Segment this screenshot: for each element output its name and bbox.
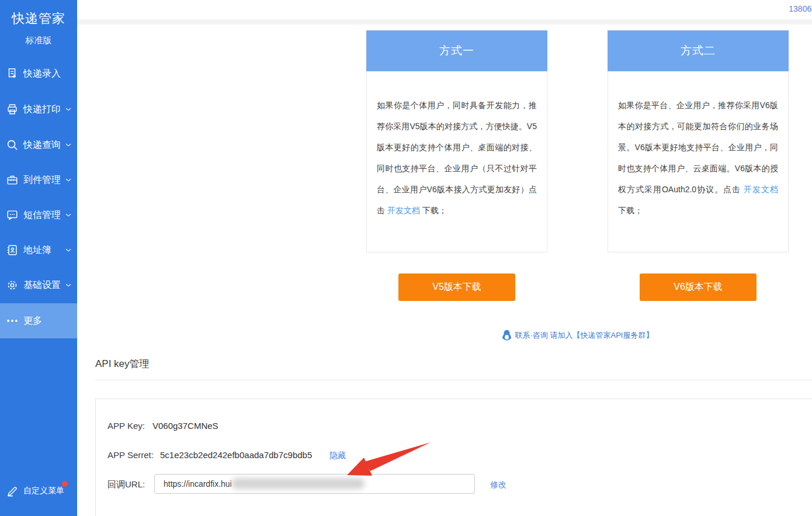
- message-icon: [5, 208, 19, 223]
- v6-download-button[interactable]: V6版本下载: [640, 273, 757, 301]
- sidebar-item-arrival-management[interactable]: 到件管理: [0, 162, 77, 198]
- sidebar-item-express-print[interactable]: 快递打印: [0, 92, 77, 127]
- qq-icon: [502, 330, 512, 341]
- sidebar-item-express-entry[interactable]: 快递录入: [0, 56, 77, 91]
- sidebar-item-custom-menu[interactable]: 自定义菜单: [0, 473, 77, 508]
- more-dots-icon: [5, 314, 19, 328]
- briefcase-icon: [5, 173, 19, 188]
- topbar: 138066: [77, 0, 812, 19]
- method-two-text: 如果你是平台、企业用户，推荐你采用V6版本的对接方式，可能更加符合你们的业务场景…: [618, 101, 778, 194]
- search-icon: [5, 138, 19, 153]
- chevron-down-icon: [65, 212, 72, 219]
- dev-doc-link-v5[interactable]: 开发文档: [387, 206, 420, 215]
- document-add-icon: [5, 67, 19, 81]
- chevron-down-icon: [65, 141, 72, 148]
- pencil-icon: [5, 484, 19, 498]
- sidebar: 快递管家 标准版 快递录入 快递打印 快递查询: [0, 0, 77, 516]
- method-one-description: 如果你是个体用户，同时具备开发能力，推荐你采用V5版本的对接方式，方便快捷。V5…: [366, 71, 547, 252]
- sidebar-item-label: 快递打印: [23, 103, 61, 116]
- header-divider-strip: [77, 19, 812, 25]
- callback-url-label: 回调URL:: [107, 479, 145, 490]
- dev-doc-link-v6[interactable]: 开发文档: [744, 185, 778, 194]
- chevron-down-icon: [65, 176, 72, 183]
- contact-row: 联系·咨询 请加入【快递管家API服务群】: [366, 330, 789, 341]
- contact-group-link[interactable]: 联系·咨询 请加入【快递管家API服务群】: [515, 330, 654, 341]
- sidebar-item-label: 到件管理: [23, 174, 61, 186]
- section-divider: [95, 380, 812, 380]
- callback-url-field: [154, 474, 475, 494]
- chevron-down-icon: [65, 106, 72, 113]
- sidebar-item-label: 基础设置: [23, 279, 61, 292]
- v5-download-button[interactable]: V5版本下载: [398, 273, 515, 301]
- sidebar-item-sms-management[interactable]: 短信管理: [0, 198, 77, 233]
- sidebar-item-label: 地址簿: [23, 244, 51, 257]
- sidebar-item-label: 自定义菜单: [23, 486, 64, 496]
- app-secret-value: 5c1e23cb2ed242efb0aada7db7c9bdb5: [160, 450, 312, 460]
- account-number-link[interactable]: 138066: [789, 4, 812, 13]
- api-key-section-title: API key管理: [95, 357, 150, 370]
- method-one-text: 如果你是个体用户，同时具备开发能力，推荐你采用V5版本的对接方式，方便快捷。V5…: [377, 101, 537, 215]
- notification-dot: [62, 481, 68, 487]
- sidebar-item-label: 快递录入: [23, 68, 61, 80]
- app-root: 快递管家 标准版 快递录入 快递打印 快递查询: [0, 0, 812, 516]
- method-one-title: 方式一: [366, 30, 547, 71]
- sidebar-item-label: 快递查询: [23, 139, 61, 151]
- app-title: 快递管家: [0, 10, 77, 27]
- method-two-description: 如果你是平台、企业用户，推荐你采用V6版本的对接方式，可能更加符合你们的业务场景…: [608, 71, 789, 252]
- method-one-card: 方式一 如果你是个体用户，同时具备开发能力，推荐你采用V5版本的对接方式，方便快…: [366, 30, 547, 252]
- sidebar-item-more[interactable]: 更多: [0, 303, 77, 338]
- app-key-label: APP Key:: [107, 421, 145, 431]
- method-two-card: 方式二 如果你是平台、企业用户，推荐你采用V6版本的对接方式，可能更加符合你们的…: [608, 30, 789, 252]
- method-two-title: 方式二: [608, 30, 789, 71]
- api-key-panel: APP Key: V060g37CMNeS APP Serret: 5c1e23…: [95, 399, 812, 516]
- chevron-down-icon: [65, 282, 72, 289]
- hide-secret-link[interactable]: 隐藏: [329, 451, 346, 461]
- gear-icon: [5, 278, 19, 293]
- address-book-icon: [5, 243, 19, 258]
- sidebar-item-address-book[interactable]: 地址簿: [0, 233, 77, 268]
- sidebar-item-basic-settings[interactable]: 基础设置: [0, 268, 77, 303]
- method-two-text-tail: 下载；: [618, 206, 643, 215]
- app-key-value: V060g37CMNeS: [152, 421, 218, 431]
- sidebar-item-label: 短信管理: [23, 209, 61, 221]
- printer-icon: [5, 102, 19, 117]
- method-one-text-tail: 下载；: [420, 206, 447, 215]
- callback-url-input[interactable]: [154, 474, 475, 494]
- app-secret-label: APP Serret:: [107, 450, 154, 460]
- modify-url-link[interactable]: 修改: [490, 480, 506, 490]
- sidebar-item-label: 更多: [23, 315, 42, 327]
- chevron-down-icon: [65, 247, 72, 254]
- app-edition: 标准版: [0, 35, 77, 46]
- brand: 快递管家 标准版: [0, 10, 77, 46]
- sidebar-item-express-query[interactable]: 快递查询: [0, 127, 77, 162]
